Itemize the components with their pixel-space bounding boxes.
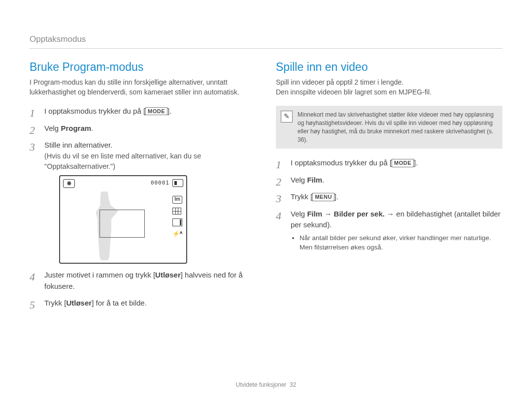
- left-step-3: Stille inn alternativer. (Hvis du vil se…: [30, 140, 256, 264]
- right-step-4: Velg Film → Bilder per sek. → en bildeha…: [276, 209, 502, 252]
- left-steps: I opptaksmodus trykker du på [MODE]. Vel…: [30, 106, 256, 309]
- left-column: Bruke Program-modus I Program-modus kan …: [30, 61, 256, 315]
- note-box: ✎ Minnekort med lav skrivehastighet støt…: [276, 106, 502, 149]
- grid-icon: [172, 208, 181, 215]
- frame-counter: 00001: [151, 179, 169, 187]
- camera-screen-diagram: ◉ 00001 Im ⚡ᴬ: [59, 175, 187, 264]
- left-step-5: Trykk [Utløser] for å ta et bilde.: [30, 298, 256, 309]
- note-text: Minnekort med lav skrivehastighet støtte…: [298, 111, 496, 144]
- camera-mode-icon: ◉: [63, 179, 75, 188]
- battery-icon: [172, 179, 183, 187]
- right-step-3: Trykk [MENU].: [276, 191, 502, 203]
- image-size-icon: Im: [172, 196, 182, 204]
- side-icon-stack: Im ⚡ᴬ: [172, 196, 182, 237]
- right-step-4-bullet: Når antall bilder per sekund øker, virke…: [299, 234, 502, 252]
- page-footer: Utvidete funksjoner 32: [0, 381, 532, 388]
- menu-button-icon: MENU: [312, 193, 334, 201]
- right-title: Spille inn en video: [276, 61, 502, 74]
- mode-button-icon: MODE: [145, 107, 167, 115]
- left-title: Bruke Program-modus: [30, 61, 256, 74]
- mode-button-icon: MODE: [392, 159, 414, 167]
- right-intro: Spill inn videoer på opptil 2 timer i le…: [276, 78, 502, 97]
- right-step-1: I opptaksmodus trykker du på [MODE].: [276, 157, 502, 169]
- left-step-4: Juster motivet i rammen og trykk [Utløse…: [30, 270, 256, 292]
- note-icon: ✎: [281, 111, 293, 123]
- left-intro: I Program-modus kan du stille inn forskj…: [30, 78, 256, 97]
- right-step-2: Velg Film.: [276, 175, 502, 186]
- right-step-4-notes: Når antall bilder per sekund øker, virke…: [291, 234, 502, 252]
- focus-frame: [100, 210, 145, 238]
- flash-auto-icon: ⚡ᴬ: [172, 230, 181, 237]
- right-steps: I opptaksmodus trykker du på [MODE]. Vel…: [276, 157, 502, 252]
- left-step-1: I opptaksmodus trykker du på [MODE].: [30, 106, 256, 117]
- memory-card-icon: [172, 218, 182, 226]
- left-step-2: Velg Program.: [30, 123, 256, 134]
- right-column: Spille inn en video Spill inn videoer på…: [276, 61, 502, 315]
- breadcrumb: Opptaksmodus: [30, 34, 502, 49]
